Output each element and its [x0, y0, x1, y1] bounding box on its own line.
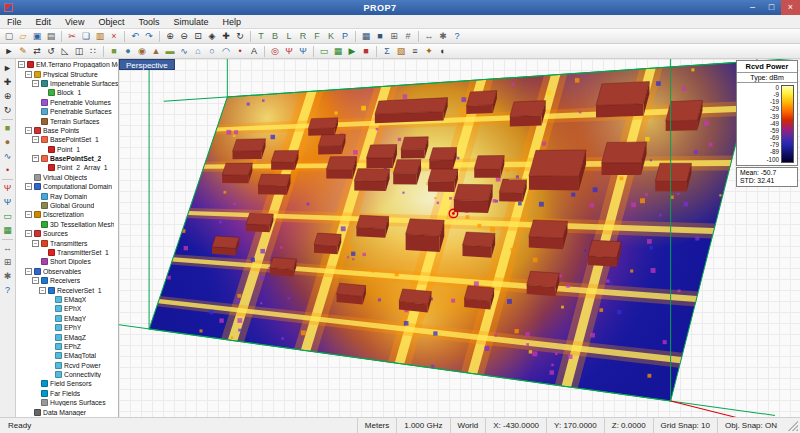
grid-tool-icon[interactable]: ⊞ — [1, 256, 14, 269]
draw-arc-icon[interactable]: ◠ — [220, 45, 233, 58]
tree-item-impenetrable-surfaces[interactable]: −Impenetrable Surfaces — [16, 79, 118, 88]
menu-simulate[interactable]: Simulate — [166, 15, 215, 29]
draw-cylinder-icon[interactable]: ◉ — [136, 45, 149, 58]
redo-icon[interactable]: ↷ — [143, 30, 156, 43]
ray-domain-icon[interactable]: ▭ — [318, 45, 331, 58]
expand-toggle[interactable]: − — [32, 277, 39, 284]
maximize-button[interactable]: □ — [762, 0, 781, 15]
tree-item-block-1[interactable]: Block_1 — [16, 88, 118, 97]
expand-toggle[interactable]: − — [32, 136, 39, 143]
view-tab-perspective[interactable]: Perspective — [119, 59, 175, 70]
orbit-tool-icon[interactable]: ↻ — [1, 104, 14, 117]
draw-sphere-icon[interactable]: ● — [122, 45, 135, 58]
point-tool-icon[interactable]: • — [1, 164, 14, 177]
tree-item-ephz[interactable]: EPhZ — [16, 342, 118, 351]
tree-item-penetrable-surfaces[interactable]: Penetrable Surfaces — [16, 107, 118, 116]
view-perspective-icon[interactable]: P — [339, 30, 352, 43]
menu-help[interactable]: Help — [215, 15, 248, 29]
snap-toggle-icon[interactable]: # — [402, 30, 415, 43]
delete-icon[interactable]: × — [108, 30, 121, 43]
tree-item-emagz[interactable]: EMagZ — [16, 332, 118, 341]
tree-item-field-sensors[interactable]: Field Sensors — [16, 379, 118, 388]
rotate-object-icon[interactable]: ↺ — [45, 45, 58, 58]
menu-tools[interactable]: Tools — [131, 15, 166, 29]
draw-polygon-icon[interactable]: ⌂ — [192, 45, 205, 58]
resize-grip[interactable] — [788, 421, 798, 431]
shaded-icon[interactable]: ■ — [374, 30, 387, 43]
properties-tool-icon[interactable]: ✱ — [1, 270, 14, 283]
open-icon[interactable]: ▱ — [17, 30, 30, 43]
pan-tool-icon[interactable]: ✚ — [1, 76, 14, 89]
viewport[interactable]: Perspective Rcvd Power Type: dBm 0-9-19-… — [119, 59, 800, 417]
box-tool-icon[interactable]: ■ — [1, 122, 14, 135]
move-icon[interactable]: ⇄ — [31, 45, 44, 58]
close-button[interactable]: × — [781, 0, 800, 15]
tree-item-receiverset-1[interactable]: −ReceiverSet_1 — [16, 285, 118, 294]
cut-icon[interactable]: ✂ — [66, 30, 79, 43]
expand-toggle[interactable]: − — [25, 230, 32, 237]
tree-item-short-dipoles[interactable]: Short Dipoles — [16, 257, 118, 266]
tree-item-penetrable-volumes[interactable]: Penetrable Volumes — [16, 98, 118, 107]
menu-object[interactable]: Object — [91, 15, 131, 29]
expand-toggle[interactable]: − — [25, 183, 32, 190]
array-icon[interactable]: ∷ — [87, 45, 100, 58]
tree-item-base-points[interactable]: −Base Points — [16, 126, 118, 135]
edit-nodes-icon[interactable]: ✎ — [17, 45, 30, 58]
tree-item-physical-structure[interactable]: −Physical Structure — [16, 69, 118, 78]
save-icon[interactable]: ▣ — [31, 30, 44, 43]
draw-circle-icon[interactable]: ○ — [206, 45, 219, 58]
transmitter-tool-icon[interactable]: Ψ — [1, 182, 14, 195]
menu-file[interactable]: File — [0, 15, 29, 29]
rotate-view-icon[interactable]: ↻ — [234, 30, 247, 43]
undo-icon[interactable]: ↶ — [129, 30, 142, 43]
tree-item-point-1[interactable]: Point_1 — [16, 145, 118, 154]
expand-toggle[interactable]: − — [32, 240, 39, 247]
tree-item-computational-domain[interactable]: −Computational Domain — [16, 182, 118, 191]
color-map-icon[interactable]: ▧ — [395, 45, 408, 58]
mesh-view-icon[interactable]: ▦ — [332, 45, 345, 58]
draw-polyline-icon[interactable]: ∿ — [178, 45, 191, 58]
stop-simulation-icon[interactable]: ■ — [360, 45, 373, 58]
select-icon[interactable]: ► — [3, 45, 16, 58]
tree-item-ephy[interactable]: EPhY — [16, 323, 118, 332]
view-top-icon[interactable]: T — [255, 30, 268, 43]
tree-item-huygens-surfaces[interactable]: Huygens Surfaces — [16, 398, 118, 407]
view-front-icon[interactable]: F — [311, 30, 324, 43]
new-icon[interactable]: ▢ — [3, 30, 16, 43]
expand-toggle[interactable]: − — [25, 127, 32, 134]
base-point-icon[interactable]: ◎ — [269, 45, 282, 58]
tree-item-basepointset-2[interactable]: −BasePointSet_2 — [16, 154, 118, 163]
tree-item-ray-domain[interactable]: Ray Domain — [16, 191, 118, 200]
expand-toggle[interactable]: − — [39, 287, 46, 294]
tree-item-transmitterset-1[interactable]: TransmitterSet_1 — [16, 248, 118, 257]
draw-box-icon[interactable]: ■ — [108, 45, 121, 58]
expand-toggle[interactable]: − — [32, 80, 39, 87]
measure-tool-icon[interactable]: ↔ — [1, 242, 14, 255]
tree-item-ephx[interactable]: EPhX — [16, 304, 118, 313]
tree-item-data-manager[interactable]: Data Manager — [16, 407, 118, 416]
zoom-window-icon[interactable]: ⊡ — [192, 30, 205, 43]
view-bottom-icon[interactable]: B — [269, 30, 282, 43]
tree-item-emagtotal[interactable]: EMagTotal — [16, 351, 118, 360]
tree-item-em-terrano-propagation-module[interactable]: −EM.Terrano Propagation Module — [16, 60, 118, 69]
tree-item-discretization[interactable]: −Discretization — [16, 210, 118, 219]
grid-toggle-icon[interactable]: ⊞ — [388, 30, 401, 43]
help-tool-icon[interactable]: ? — [1, 284, 14, 297]
tree-item-emagx[interactable]: EMagX — [16, 295, 118, 304]
domain-tool-icon[interactable]: ▭ — [1, 210, 14, 223]
tree-item-point-2-array-1[interactable]: Point_2_Array_1 — [16, 163, 118, 172]
polyline-tool-icon[interactable]: ∿ — [1, 150, 14, 163]
snapshot-icon[interactable]: ✦ — [423, 45, 436, 58]
scale-icon[interactable]: ◺ — [59, 45, 72, 58]
transmitter-icon[interactable]: Ψ — [283, 45, 296, 58]
menu-view[interactable]: View — [58, 15, 91, 29]
scene-svg[interactable] — [119, 59, 800, 417]
draw-point-icon[interactable]: • — [234, 45, 247, 58]
status-grid-snap[interactable]: Grid Snap: 10 — [653, 418, 717, 433]
tree-item-basepointset-1[interactable]: −BasePointSet_1 — [16, 135, 118, 144]
zoom-extents-icon[interactable]: ◈ — [206, 30, 219, 43]
run-simulation-icon[interactable]: ▶ — [346, 45, 359, 58]
menu-edit[interactable]: Edit — [29, 15, 59, 29]
expand-toggle[interactable]: − — [25, 71, 32, 78]
legend-toggle-icon[interactable]: ≡ — [409, 45, 422, 58]
